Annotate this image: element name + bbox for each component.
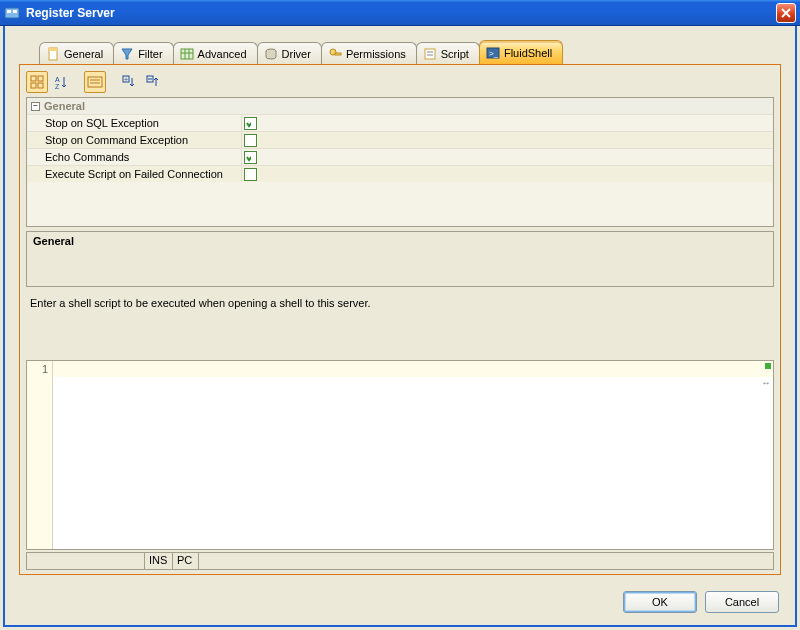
- tab-label: Script: [441, 48, 469, 60]
- property-section-header[interactable]: − General: [27, 98, 773, 114]
- show-description-button[interactable]: [84, 71, 106, 93]
- margin-indicator-icon: [765, 363, 771, 369]
- svg-text:A: A: [55, 76, 60, 83]
- document-icon: [46, 47, 60, 61]
- database-icon: [264, 47, 278, 61]
- description-panel: General: [26, 231, 774, 287]
- tab-advanced[interactable]: Advanced: [173, 42, 258, 64]
- svg-rect-17: [31, 76, 36, 81]
- title-bar: Register Server: [0, 0, 800, 26]
- property-row: Execute Script on Failed Connection: [27, 165, 773, 182]
- tab-label: FluidShell: [504, 47, 552, 59]
- tab-fluidshell[interactable]: >_ FluidShell: [479, 40, 563, 64]
- code-area[interactable]: ↔: [53, 361, 773, 549]
- property-label: Stop on SQL Exception: [27, 117, 241, 129]
- status-position: [27, 553, 145, 569]
- wrap-indicator-icon: ↔: [761, 377, 771, 388]
- tab-label: Permissions: [346, 48, 406, 60]
- tab-permissions[interactable]: Permissions: [321, 42, 417, 64]
- checkbox[interactable]: [244, 117, 257, 130]
- svg-rect-12: [425, 49, 435, 59]
- button-label: Cancel: [725, 596, 759, 608]
- tab-label: General: [64, 48, 103, 60]
- svg-rect-23: [88, 77, 102, 87]
- svg-rect-19: [31, 83, 36, 88]
- tab-content: AZ + − General Stop on SQL Exception: [19, 64, 781, 575]
- expand-all-button[interactable]: +: [118, 71, 140, 93]
- key-icon: [328, 47, 342, 61]
- status-spacer: [199, 553, 773, 569]
- checkbox[interactable]: [244, 134, 257, 147]
- tab-driver[interactable]: Driver: [257, 42, 322, 64]
- property-toolbar: AZ +: [20, 65, 780, 97]
- cancel-button[interactable]: Cancel: [705, 591, 779, 613]
- property-label: Stop on Command Exception: [27, 134, 241, 146]
- categorized-view-button[interactable]: [26, 71, 48, 93]
- property-row: Stop on Command Exception: [27, 131, 773, 148]
- hint-text: Enter a shell script to be executed when…: [30, 297, 774, 309]
- tab-filter[interactable]: Filter: [113, 42, 173, 64]
- svg-text:+: +: [124, 76, 128, 83]
- svg-rect-18: [38, 76, 43, 81]
- svg-rect-1: [7, 10, 11, 13]
- ok-button[interactable]: OK: [623, 591, 697, 613]
- property-grid: − General Stop on SQL Exception Stop on …: [26, 97, 774, 227]
- description-title: General: [33, 235, 74, 247]
- checkbox[interactable]: [244, 151, 257, 164]
- current-line-highlight: [53, 361, 773, 377]
- svg-rect-2: [13, 10, 17, 13]
- property-row: Stop on SQL Exception: [27, 114, 773, 131]
- script-editor[interactable]: 1 ↔: [26, 360, 774, 550]
- property-row: Echo Commands: [27, 148, 773, 165]
- client-area: General Filter Advanced Driver Permissio…: [3, 26, 797, 627]
- dialog-buttons: OK Cancel: [623, 591, 779, 613]
- tab-general[interactable]: General: [39, 42, 114, 64]
- tab-label: Driver: [282, 48, 311, 60]
- filter-icon: [120, 47, 134, 61]
- line-gutter: 1: [27, 361, 53, 549]
- svg-rect-5: [181, 49, 193, 59]
- line-number: 1: [27, 363, 48, 375]
- collapse-all-button[interactable]: [142, 71, 164, 93]
- app-icon: [4, 5, 20, 21]
- grid-icon: [180, 47, 194, 61]
- status-encoding: PC: [173, 553, 199, 569]
- tab-label: Filter: [138, 48, 162, 60]
- close-button[interactable]: [776, 3, 796, 23]
- svg-rect-20: [38, 83, 43, 88]
- checkbox[interactable]: [244, 168, 257, 181]
- collapse-toggle-icon[interactable]: −: [31, 102, 40, 111]
- property-label: Execute Script on Failed Connection: [27, 168, 241, 180]
- svg-rect-4: [49, 48, 57, 51]
- svg-text:Z: Z: [55, 83, 60, 89]
- tab-script[interactable]: Script: [416, 42, 480, 64]
- script-icon: [423, 47, 437, 61]
- button-label: OK: [652, 596, 668, 608]
- svg-rect-11: [335, 53, 341, 55]
- status-insert-mode: INS: [145, 553, 173, 569]
- tab-label: Advanced: [198, 48, 247, 60]
- section-title: General: [44, 100, 85, 112]
- editor-statusbar: INS PC: [26, 552, 774, 570]
- sort-az-button[interactable]: AZ: [50, 71, 72, 93]
- shell-icon: >_: [486, 46, 500, 60]
- property-label: Echo Commands: [27, 151, 241, 163]
- window-title: Register Server: [26, 6, 776, 20]
- svg-text:>_: >_: [489, 49, 499, 58]
- tab-strip: General Filter Advanced Driver Permissio…: [5, 26, 795, 64]
